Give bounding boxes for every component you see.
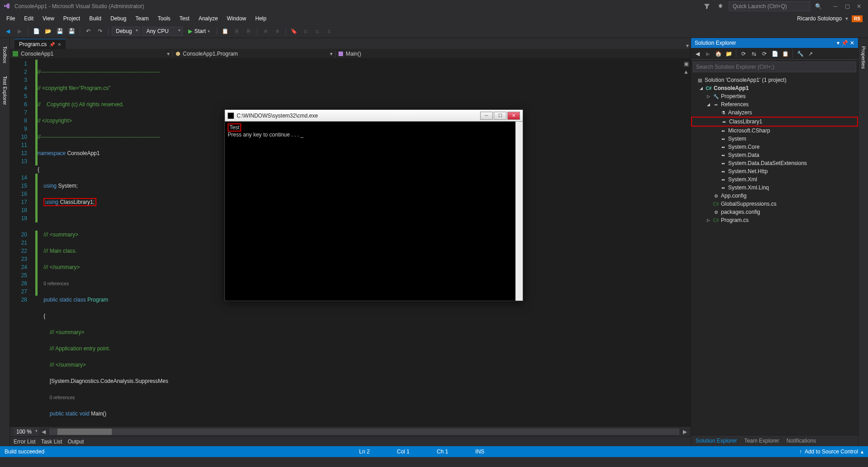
zoom-combo[interactable]: 100 %	[14, 428, 39, 436]
open-file-icon[interactable]: 📂	[43, 26, 53, 36]
horizontal-scrollbar[interactable]	[49, 429, 679, 435]
tree-ref-item[interactable]: ▪▪System.Net.Http	[691, 167, 858, 175]
tree-file-program[interactable]: ▷C#Program.cs	[691, 216, 858, 224]
search-input[interactable]	[693, 61, 856, 72]
tree-project[interactable]: ◢ C# ConsoleApp1	[691, 84, 858, 92]
user-name[interactable]: Ricardo Sotolongo	[797, 15, 842, 22]
chevron-up-icon[interactable]: ▴	[861, 448, 863, 455]
panel-menu-icon[interactable]: ▾	[837, 40, 839, 46]
tree-ref-item[interactable]: ▪▪System	[691, 135, 858, 143]
save-all-icon[interactable]: 💾	[67, 26, 76, 36]
tb-icon-5[interactable]: ≡	[272, 26, 282, 36]
se-view-icon[interactable]: 📋	[781, 49, 790, 58]
config-combo[interactable]: Debug	[112, 27, 140, 36]
menu-tools[interactable]: Tools	[153, 14, 175, 24]
tb-icon-1[interactable]: 📋	[220, 26, 230, 36]
tab-solution-explorer[interactable]: Solution Explorer	[694, 437, 739, 445]
se-forward-icon[interactable]: ▶	[703, 49, 712, 58]
output-tab[interactable]: Output	[67, 439, 84, 445]
tb-icon-3[interactable]: ⎘	[244, 26, 254, 36]
notifications-icon[interactable]	[715, 1, 726, 12]
forward-icon[interactable]: ▶	[14, 26, 24, 36]
tb-icon-4[interactable]: ≡	[261, 26, 271, 36]
publish-icon[interactable]: ↑	[799, 448, 802, 455]
back-icon[interactable]: ◀	[3, 26, 13, 36]
menu-edit[interactable]: Edit	[19, 14, 38, 24]
tab-team-explorer[interactable]: Team Explorer	[742, 437, 781, 445]
se-refresh-icon[interactable]: ⟳	[739, 49, 748, 58]
se-preview-icon[interactable]: ↗	[806, 49, 815, 58]
expand-icon[interactable]: ◢	[698, 86, 704, 90]
user-badge[interactable]: RS	[852, 15, 863, 22]
tab-close-icon[interactable]: ✕	[57, 42, 61, 47]
editor-tab-program[interactable]: Program.cs 📌 ✕	[14, 39, 66, 49]
cmd-window[interactable]: C:\WINDOWS\system32\cmd.exe ─ ☐ ✕ Test P…	[224, 109, 523, 301]
se-sync-icon[interactable]: 📁	[724, 49, 733, 58]
nav-method-combo[interactable]: Main()	[336, 51, 691, 57]
tree-file-globalsuppressions[interactable]: C#GlobalSuppressions.cs	[691, 200, 858, 208]
cmd-titlebar[interactable]: C:\WINDOWS\system32\cmd.exe ─ ☐ ✕	[225, 110, 523, 122]
menu-analyze[interactable]: Analyze	[194, 14, 223, 24]
tree-ref-item[interactable]: ▪▪System.Core	[691, 143, 858, 151]
tab-notifications[interactable]: Notifications	[785, 437, 818, 445]
tree-ref-item[interactable]: ▪▪Microsoft.CSharp	[691, 127, 858, 135]
tb-icon-9[interactable]: ⎌	[324, 26, 334, 36]
menu-test[interactable]: Test	[175, 14, 194, 24]
tb-icon-7[interactable]: ⎌	[301, 26, 311, 36]
expand-icon[interactable]: ▷	[706, 94, 711, 99]
tree-ref-analyzers[interactable]: ⚗Analyzers	[691, 108, 858, 117]
quick-launch-input[interactable]: Quick Launch (Ctrl+Q)	[729, 1, 810, 11]
tree-ref-item[interactable]: ▪▪System.Xml.Linq	[691, 184, 858, 192]
panel-close-icon[interactable]: ✕	[850, 40, 854, 46]
task-list-tab[interactable]: Task List	[41, 439, 62, 445]
panel-pin-icon[interactable]: 📌	[841, 40, 848, 46]
redo-icon[interactable]: ↷	[95, 26, 105, 36]
cmd-maximize-button[interactable]: ☐	[494, 112, 506, 120]
scroll-up-icon[interactable]: ▲	[683, 69, 689, 75]
minimize-button[interactable]: ─	[830, 1, 841, 12]
tree-file-packagesconfig[interactable]: ⚙packages.config	[691, 208, 858, 216]
tree-ref-item[interactable]: ▪▪System.Data	[691, 151, 858, 159]
cmd-minimize-button[interactable]: ─	[480, 112, 493, 120]
pin-icon[interactable]: 📌	[49, 42, 55, 47]
tree-ref-classlibrary1[interactable]: ▪▪ClassLibrary1	[691, 117, 858, 127]
maximize-button[interactable]: ▢	[842, 1, 853, 12]
menu-help[interactable]: Help	[251, 14, 271, 24]
tb-icon-6[interactable]: 🔖	[289, 26, 299, 36]
filter-icon[interactable]	[701, 1, 712, 12]
search-icon[interactable]: 🔍	[813, 1, 824, 12]
se-sync2-icon[interactable]: ⟳	[760, 49, 769, 58]
source-control-button[interactable]: Add to Source Control	[805, 448, 858, 455]
menu-team[interactable]: Team	[131, 14, 153, 24]
close-button[interactable]: ✕	[854, 1, 864, 12]
se-props-icon[interactable]: 🔧	[796, 49, 805, 58]
platform-combo[interactable]: Any CPU	[142, 27, 183, 36]
expand-icon[interactable]: ◢	[706, 102, 711, 107]
menu-project[interactable]: Project	[59, 14, 85, 24]
tb-icon-8[interactable]: ⎌	[313, 26, 323, 36]
tree-file-appconfig[interactable]: ⚙App.config	[691, 192, 858, 200]
start-button[interactable]: ▶ Start ▾	[185, 27, 213, 35]
cmd-close-button[interactable]: ✕	[507, 112, 520, 120]
tree-solution[interactable]: ▤ Solution 'ConsoleApp1' (1 project)	[691, 76, 858, 84]
se-back-icon[interactable]: ◀	[693, 49, 702, 58]
undo-icon[interactable]: ↶	[83, 26, 93, 36]
menu-debug[interactable]: Debug	[106, 14, 131, 24]
menu-build[interactable]: Build	[85, 14, 106, 24]
tree-properties[interactable]: ▷ 🔧 Properties	[691, 92, 858, 100]
scroll-right-icon[interactable]: ▶	[683, 429, 687, 435]
properties-tab[interactable]: Properties	[860, 42, 867, 72]
se-showall-icon[interactable]: 📄	[770, 49, 779, 58]
cmd-scrollbar[interactable]	[515, 122, 523, 301]
se-collapse-icon[interactable]: ⇆	[749, 49, 758, 58]
toolbox-tab[interactable]: Toolbox	[1, 42, 9, 67]
tree-ref-item[interactable]: ▪▪System.Xml	[691, 175, 858, 184]
split-icon[interactable]: ▣	[684, 61, 689, 67]
menu-window[interactable]: Window	[222, 14, 251, 24]
menu-file[interactable]: File	[2, 14, 19, 24]
nav-class-combo[interactable]: ⬢ ConsoleApp1.Program ▾	[173, 51, 336, 57]
tab-overflow-icon[interactable]: ▾	[686, 42, 689, 49]
new-project-icon[interactable]: 📄	[31, 26, 41, 36]
scroll-left-icon[interactable]: ◀	[42, 429, 46, 435]
save-icon[interactable]: 💾	[55, 26, 65, 36]
